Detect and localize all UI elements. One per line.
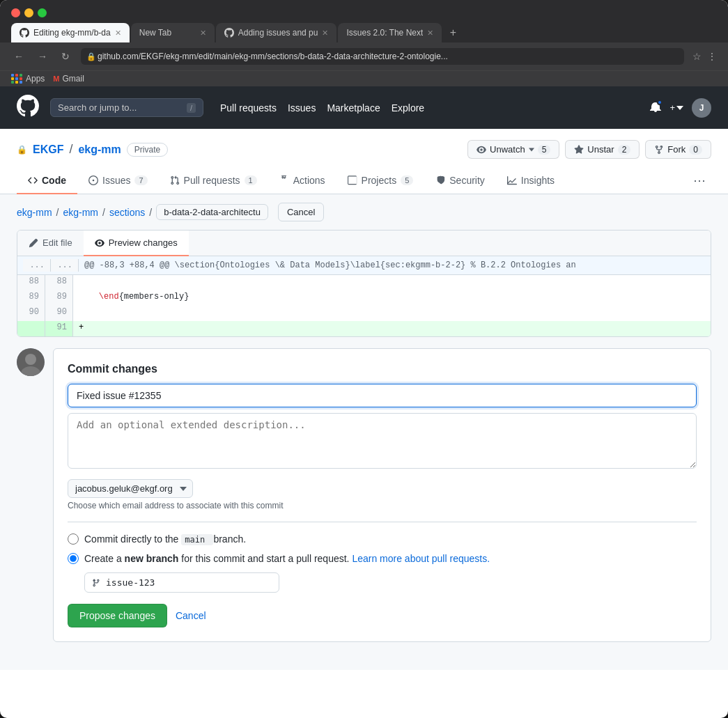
watch-count: 5 (538, 145, 551, 155)
commit-email-row: jacobus.geluk@ekgf.org (68, 479, 697, 498)
minimize-window-button[interactable] (24, 8, 33, 17)
tab-pull-requests[interactable]: Pull requests 1 (159, 168, 268, 194)
new-tab-button[interactable]: + (443, 23, 463, 42)
menu-icon[interactable]: ⋮ (707, 51, 717, 62)
browser-tab-2[interactable]: New Tab ✕ (131, 23, 215, 42)
repo-org-link[interactable]: EKGF (33, 143, 63, 156)
url-input[interactable] (81, 48, 684, 65)
repo-separator: / (69, 142, 72, 157)
tab-close-1[interactable]: ✕ (115, 29, 121, 38)
propose-row: Propose changes Cancel (68, 604, 697, 627)
apps-label: Apps (26, 74, 45, 84)
star-button[interactable]: Unstar 2 (565, 140, 640, 159)
tab-code[interactable]: Code (17, 168, 77, 194)
tab-actions-label: Actions (293, 175, 325, 186)
tab-code-label: Code (42, 175, 66, 186)
diff-row-89: 89 89 \end{members-only} (17, 290, 711, 306)
commit-email-select[interactable]: jacobus.geluk@ekgf.org (68, 479, 193, 498)
repo-name-link[interactable]: ekg-mm (78, 143, 121, 156)
add-button[interactable]: + (669, 102, 683, 113)
radio-direct-label: Commit directly to the main branch. (84, 533, 246, 545)
eye-icon (477, 145, 486, 155)
diff-area: ... ... @@ -88,3 +88,4 @@ \section{Ontol… (17, 256, 711, 336)
tab-security-label: Security (449, 175, 485, 186)
tab-projects-label: Projects (362, 175, 397, 186)
breadcrumb-filename: b-data-2-data-architectu (156, 204, 268, 220)
browser-tab-4[interactable]: Issues 2.0: The Next ✕ (338, 23, 442, 42)
repo-tabs: Code Issues 7 Pull requests 1 Actions (17, 167, 711, 194)
tab-issues-label: Issues (102, 175, 130, 186)
diff-row-90: 90 90 (17, 306, 711, 321)
user-commit-avatar (17, 348, 45, 376)
learn-more-link[interactable]: Learn more about pull requests. (352, 553, 490, 564)
breadcrumb-repo[interactable]: ekg-mm (63, 207, 98, 218)
back-button[interactable]: ← (11, 49, 26, 63)
diff-row-88a: 88 88 (17, 275, 711, 290)
breadcrumb: ekg-mm / ekg-mm / sections / b-data-2-da… (0, 194, 728, 230)
nav-pull-requests[interactable]: Pull requests (220, 102, 277, 114)
cancel-button[interactable]: Cancel (176, 610, 206, 621)
address-bar: ← → ↻ 🔒 ☆ ⋮ (0, 42, 728, 70)
bookmark-apps[interactable]: Apps (11, 74, 45, 84)
tab-issues[interactable]: Issues 7 (77, 168, 159, 194)
fork-button[interactable]: Fork 0 (645, 140, 711, 159)
close-window-button[interactable] (11, 8, 20, 17)
tab-close-3[interactable]: ✕ (322, 29, 328, 38)
notification-dot (657, 100, 663, 105)
maximize-window-button[interactable] (38, 8, 47, 17)
nav-marketplace[interactable]: Marketplace (327, 102, 380, 114)
commit-subject-input[interactable] (68, 384, 697, 407)
main-branch-code: main (181, 534, 213, 545)
bookmarks-bar: Apps M Gmail (0, 70, 728, 86)
editor-tab-edit[interactable]: Edit file (17, 231, 84, 256)
browser-tab-3[interactable]: Adding issues and pu ✕ (216, 23, 337, 42)
breadcrumb-org[interactable]: ekg-mm (17, 207, 52, 218)
tab-close-4[interactable]: ✕ (427, 29, 433, 38)
bookmark-gmail[interactable]: M Gmail (53, 74, 84, 84)
tab-title-2: New Tab (139, 28, 196, 38)
repo-lock-icon: 🔒 (17, 145, 27, 155)
watch-button[interactable]: Unwatch 5 (467, 140, 559, 159)
github-search[interactable]: Search or jump to... / (50, 98, 203, 117)
fork-icon (654, 145, 664, 155)
github-nav: Pull requests Issues Marketplace Explore (220, 102, 424, 114)
forward-button[interactable]: → (35, 49, 50, 63)
editor-tab-preview[interactable]: Preview changes (84, 231, 189, 256)
radio-new-branch[interactable] (68, 553, 79, 564)
breadcrumb-cancel-button[interactable]: Cancel (278, 203, 324, 221)
editor-tabs: Edit file Preview changes (17, 231, 711, 256)
insights-icon (507, 175, 517, 185)
bookmark-icon[interactable]: ☆ (692, 51, 702, 62)
nav-explore[interactable]: Explore (392, 102, 424, 114)
commit-description-input[interactable] (68, 413, 697, 469)
tab-pr-label: Pull requests (184, 175, 240, 186)
propose-changes-button[interactable]: Propose changes (68, 604, 167, 627)
radio-direct-branch[interactable] (68, 533, 79, 545)
commit-radio-section: Commit directly to the main branch. Crea… (68, 522, 697, 593)
user-avatar[interactable]: J (692, 98, 711, 118)
diff-header-text: @@ -88,3 +88,4 @@ \section{Ontologies \&… (79, 259, 705, 272)
nav-issues[interactable]: Issues (288, 102, 316, 114)
notifications-bell[interactable] (650, 101, 661, 115)
tab-insights[interactable]: Insights (496, 168, 566, 194)
tab-title-3: Adding issues and pu (238, 28, 318, 38)
branch-name-input[interactable] (106, 577, 272, 588)
tab-actions[interactable]: Actions (268, 168, 336, 194)
reload-button[interactable]: ↻ (59, 49, 72, 63)
browser-tab-1[interactable]: Editing ekg-mm/b-da ✕ (11, 23, 130, 42)
edit-file-label: Edit file (42, 237, 72, 248)
tab-projects[interactable]: Projects 5 (336, 168, 425, 194)
pr-badge: 1 (245, 175, 257, 185)
tab-security[interactable]: Security (424, 168, 496, 194)
star-count: 2 (618, 145, 631, 155)
browser-tabs-bar: Editing ekg-mm/b-da ✕ New Tab ✕ Adding i… (11, 23, 717, 42)
line-new-91: 91 (45, 321, 73, 336)
breadcrumb-sections[interactable]: sections (109, 207, 145, 218)
github-favicon-3 (224, 28, 234, 38)
edit-file-icon (29, 238, 38, 248)
header-right: + J (650, 98, 711, 118)
more-tabs-button[interactable]: ⋯ (688, 167, 711, 194)
github-logo[interactable] (17, 95, 39, 120)
line-old-89: 89 (17, 290, 45, 306)
tab-close-2[interactable]: ✕ (200, 29, 206, 38)
